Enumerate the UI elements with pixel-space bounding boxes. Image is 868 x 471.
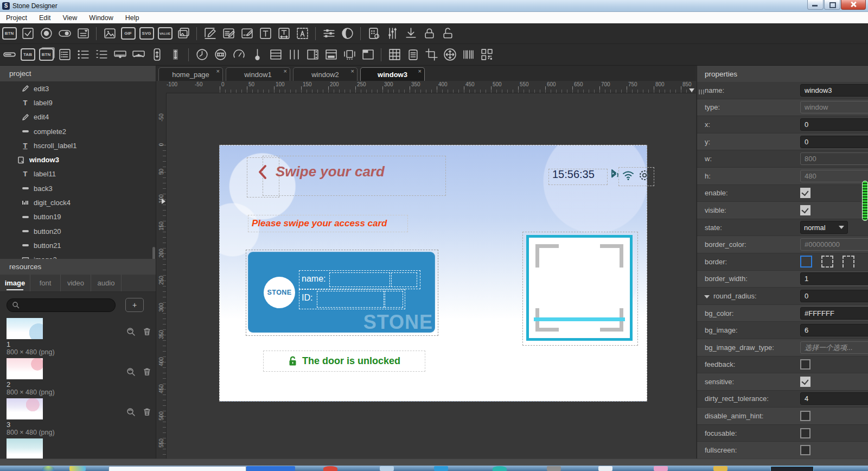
combobox-widget-icon[interactable]	[75, 26, 91, 42]
prompt-label[interactable]: Please swipe your access card	[248, 215, 408, 232]
taskbar-item[interactable]	[493, 466, 507, 471]
digital-clock-widget-icon[interactable]	[212, 47, 228, 63]
svg-image-widget-icon[interactable]: SVG	[138, 26, 155, 42]
wifi-icon[interactable]	[622, 169, 635, 182]
gear-icon[interactable]	[638, 169, 651, 182]
close-tab-icon[interactable]: ×	[351, 68, 354, 74]
text-select-widget-icon[interactable]	[294, 26, 310, 42]
name-edit-field-2[interactable]	[391, 272, 417, 287]
keyboard-widget-icon[interactable]	[366, 26, 382, 42]
border-dashed-button[interactable]	[821, 256, 833, 268]
grid-widget-icon[interactable]	[386, 47, 403, 63]
tree-item-edit4[interactable]: edit4	[0, 110, 156, 124]
state-select[interactable]: normal	[800, 221, 848, 234]
curve-slider-widget-icon[interactable]	[130, 47, 146, 63]
bg-color-input[interactable]	[800, 307, 868, 320]
gauge-widget-icon[interactable]	[231, 47, 247, 63]
bg-image-draw-type-select[interactable]	[800, 341, 868, 354]
panel-scrollbar[interactable]	[862, 181, 868, 221]
preview-icon[interactable]	[126, 367, 136, 377]
tree-item-window3[interactable]: window3	[0, 152, 156, 167]
tree-item-digit-clock4[interactable]: digit_clock4	[0, 195, 156, 209]
gif-image-widget-icon[interactable]: GIF	[120, 26, 136, 42]
status-scroll-strip[interactable]	[0, 459, 868, 466]
tree-item-image2[interactable]: image2	[0, 253, 156, 259]
canvas-tab-window1[interactable]: window1×	[226, 67, 290, 81]
preview-icon[interactable]	[126, 327, 136, 336]
bullet-list-widget-icon[interactable]	[75, 47, 91, 63]
button-page-widget-icon[interactable]: BTN	[38, 47, 54, 63]
vsliders-widget-icon[interactable]	[384, 26, 400, 42]
taskbar-item[interactable]	[434, 466, 448, 471]
label-resize-widget-icon[interactable]	[276, 26, 292, 42]
trash-icon[interactable]	[142, 327, 152, 336]
close-tab-icon[interactable]: ×	[216, 68, 220, 74]
crop-widget-icon[interactable]	[423, 47, 439, 63]
table-col-widget-icon[interactable]	[286, 47, 302, 63]
trash-icon[interactable]	[142, 407, 152, 417]
canvas-tab-window3[interactable]: window3×	[360, 67, 425, 81]
x-input[interactable]	[800, 118, 868, 131]
start-button[interactable]	[42, 466, 54, 471]
vslider-widget-icon[interactable]	[167, 47, 183, 63]
resource-item-1[interactable]: 1 800 × 480 (png)	[0, 318, 156, 358]
menu-view[interactable]: View	[56, 12, 83, 23]
tree-item-edit3[interactable]: edit3	[0, 81, 156, 96]
edit-widget-icon[interactable]	[202, 26, 218, 42]
table-row-widget-icon[interactable]	[267, 47, 284, 63]
tab-image[interactable]: image	[0, 275, 30, 291]
taskbar-item[interactable]	[654, 466, 668, 471]
resource-item-4[interactable]	[0, 438, 156, 459]
bluetooth-icon[interactable]	[607, 169, 620, 182]
scan-frame[interactable]	[526, 235, 633, 341]
close-button[interactable]	[841, 0, 866, 10]
collapse-icon[interactable]	[704, 295, 710, 298]
tree-item-hscroll-label1[interactable]: Thscroll_label1	[0, 138, 156, 152]
preview-icon[interactable]	[126, 407, 136, 417]
access-card-image[interactable]: STONE name: ID: STONE	[248, 252, 435, 333]
tree-item-back3[interactable]: back3	[0, 181, 156, 195]
border-open-button[interactable]	[843, 256, 854, 268]
name-label[interactable]: name:	[302, 274, 326, 284]
disable-anim-hint-checkbox[interactable]	[800, 411, 810, 421]
resource-item-3[interactable]: 3 800 × 480 (png)	[0, 398, 156, 438]
label-widget-icon[interactable]	[257, 26, 273, 42]
minimize-button[interactable]	[807, 0, 824, 10]
ordered-list-widget-icon[interactable]	[93, 47, 110, 63]
barcode-widget-icon[interactable]	[460, 47, 476, 63]
radio-widget-icon[interactable]	[38, 26, 54, 42]
tree-item-label9[interactable]: Tlabel9	[0, 96, 156, 110]
taskbar-item[interactable]	[547, 466, 561, 471]
id-edit-field-2[interactable]	[385, 291, 403, 308]
name-input[interactable]	[800, 84, 868, 97]
feedback-checkbox[interactable]	[800, 359, 810, 370]
contrast-widget-icon[interactable]	[339, 26, 355, 42]
trash-icon[interactable]	[142, 367, 152, 377]
qrcode-widget-icon[interactable]	[478, 47, 495, 63]
tab-audio[interactable]: audio	[91, 275, 122, 291]
border-solid-button[interactable]	[800, 256, 812, 268]
checkbox-widget-icon[interactable]	[20, 26, 36, 42]
id-label[interactable]: ID:	[302, 293, 312, 303]
film-layout-widget-icon[interactable]	[304, 47, 321, 63]
button-widget-icon[interactable]: BTN	[1, 26, 17, 42]
progress-widget-icon[interactable]	[1, 47, 17, 63]
bg-image-input[interactable]	[800, 324, 868, 336]
project-tree-scrollbar[interactable]	[152, 247, 155, 259]
taskbar-item[interactable]	[323, 466, 337, 471]
resource-thumbnail[interactable]	[7, 318, 43, 339]
search-input[interactable]	[20, 301, 98, 309]
tab-font[interactable]: font	[30, 275, 61, 291]
enable-checkbox[interactable]	[800, 188, 810, 198]
fullscreen-checkbox[interactable]	[800, 445, 810, 455]
border-color-input[interactable]	[800, 238, 868, 251]
taskbar-item[interactable]	[770, 466, 814, 471]
tree-item-button21[interactable]: button21	[0, 238, 156, 252]
carousel-widget-icon[interactable]	[341, 47, 358, 63]
dirty-rect-tolerance-input[interactable]	[800, 392, 868, 405]
visible-checkbox[interactable]	[800, 205, 810, 215]
taskbar-item[interactable]	[246, 466, 295, 471]
textedit-widget-icon[interactable]	[220, 26, 237, 42]
taskbar-item[interactable]	[380, 466, 394, 471]
id-edit-field[interactable]	[317, 291, 384, 308]
